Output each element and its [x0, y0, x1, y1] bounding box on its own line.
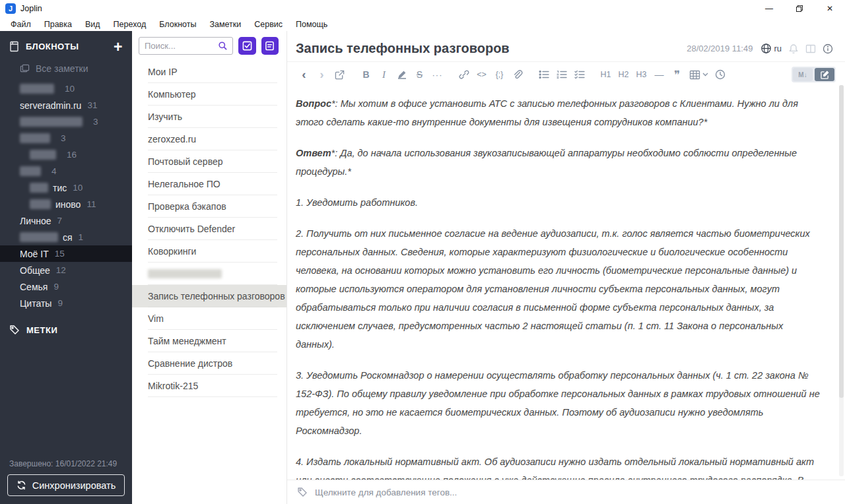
bullet-list-button[interactable]	[535, 67, 553, 82]
note-list-item[interactable]: Запись телефонных разговоров	[132, 285, 287, 307]
redacted-note-title	[148, 269, 222, 278]
scrollbar-thumb[interactable]	[839, 85, 844, 398]
horizontal-rule-button[interactable]: —	[650, 67, 668, 82]
notebook-item[interactable]: serveradmin.ru 31	[0, 97, 132, 113]
note-body[interactable]: Вопрос*: Мы хотим в офисе установить АТС…	[287, 86, 845, 480]
bold-button[interactable]: B	[357, 67, 375, 82]
toggle-layout-button[interactable]	[805, 44, 816, 53]
menu-tools[interactable]: Сервис	[248, 20, 289, 29]
note-properties-button[interactable]	[823, 44, 833, 54]
notebook-item[interactable]: 10	[0, 80, 132, 97]
tag-bar[interactable]: Щелкните для добавления тегов...	[287, 480, 845, 504]
note-title[interactable]: Запись телефонных разговоров	[296, 41, 687, 56]
note-list-item[interactable]: Компьютер	[132, 83, 287, 106]
search-box	[139, 37, 233, 55]
add-notebook-button[interactable]: +	[114, 42, 123, 52]
attach-file-button[interactable]	[508, 67, 526, 82]
note-list-item[interactable]: Коворкинги	[132, 240, 287, 263]
pencil-square-icon	[821, 71, 829, 79]
notebook-item[interactable]: Личное 7	[0, 212, 132, 229]
insert-datetime-button[interactable]	[711, 67, 729, 82]
back-button[interactable]: ‹	[295, 67, 313, 82]
note-list-item[interactable]: Mikrotik-215	[132, 375, 287, 397]
close-button[interactable]: ✕	[815, 0, 845, 17]
globe-icon	[760, 43, 772, 54]
notebook-item[interactable]: иново 11	[0, 196, 132, 212]
note-list-item[interactable]: Тайм менеджмент	[132, 330, 287, 352]
richtext-editor-toggle[interactable]	[815, 68, 834, 81]
note-list-item[interactable]: Отключить Defender	[132, 218, 287, 240]
note-list-item[interactable]: Сравнение дистров	[132, 352, 287, 375]
note-list-item[interactable]: Нелегальное ПО	[132, 173, 287, 195]
restore-button[interactable]	[784, 0, 815, 17]
note-paragraph: 2. Получить от них письменное согласие н…	[296, 224, 823, 354]
notebook-item[interactable]: тис 10	[0, 179, 132, 196]
insert-table-button[interactable]	[686, 67, 711, 82]
bell-icon	[788, 44, 799, 54]
note-list-item[interactable]: Изучить	[132, 106, 287, 128]
sidebar-footer: Завершено: 16/01/2022 21:49 Синхронизиро…	[0, 459, 132, 504]
note-item-title: Сравнение дистров	[148, 358, 232, 369]
chevron-down-icon	[702, 73, 708, 77]
note-list-item[interactable]: Vim	[132, 307, 287, 330]
markdown-editor-toggle[interactable]: M↓	[793, 68, 813, 81]
heading3-button[interactable]: H3	[632, 67, 650, 82]
menu-help[interactable]: Помощь	[289, 20, 334, 29]
note-item-title: Изучить	[148, 111, 182, 122]
external-edit-button[interactable]	[331, 67, 349, 82]
note-list-item[interactable]: zeroxzed.ru	[132, 128, 287, 150]
tags-header[interactable]: МЕТКИ	[0, 311, 132, 340]
numbered-list-button[interactable]	[553, 67, 570, 82]
code-block-button[interactable]: {;}	[490, 67, 508, 82]
more-formats-button[interactable]: ···	[428, 67, 446, 82]
heading2-button[interactable]: H2	[615, 67, 632, 82]
note-list-item[interactable]: Почтовый сервер	[132, 150, 287, 173]
checkbox-list-button[interactable]	[570, 67, 588, 82]
notebook-item[interactable]: 16	[0, 146, 132, 163]
restore-icon	[795, 5, 803, 13]
sync-button[interactable]: Синхронизировать	[7, 474, 125, 496]
blockquote-button[interactable]: ❞	[668, 67, 686, 82]
notebook-count: 7	[57, 216, 63, 226]
note-item-title: Нелегальное ПО	[148, 179, 220, 189]
note-list-item[interactable]: Проверка бэкапов	[132, 195, 287, 218]
menu-notes[interactable]: Заметки	[203, 20, 248, 29]
editor-panel: Запись телефонных разговоров 28/02/2019 …	[287, 31, 845, 504]
menu-goto[interactable]: Переход	[107, 20, 153, 29]
hyperlink-button[interactable]	[455, 67, 473, 82]
minimize-button[interactable]: —	[754, 0, 784, 17]
notebook-item[interactable]: Семья 9	[0, 278, 132, 295]
note-meta: 28/02/2019 11:49 ru	[687, 43, 833, 54]
new-note-button[interactable]	[261, 37, 279, 55]
editor-scrollbar[interactable]	[839, 85, 844, 476]
spellcheck-language-button[interactable]: ru	[760, 43, 782, 54]
notebook-item[interactable]: 3	[0, 113, 132, 130]
notebook-label: Общее	[20, 265, 50, 276]
menu-view[interactable]: Вид	[79, 20, 107, 29]
new-todo-button[interactable]	[238, 37, 255, 55]
all-notes-label: Все заметки	[36, 63, 88, 74]
notebook-item[interactable]: 3	[0, 130, 132, 146]
menu-notebooks[interactable]: Блокноты	[152, 20, 203, 29]
notebook-item[interactable]: Общее 12	[0, 262, 132, 278]
tag-icon	[9, 325, 20, 335]
menu-edit[interactable]: Правка	[38, 20, 79, 29]
all-notes-item[interactable]: Все заметки	[0, 59, 132, 79]
notebook-item[interactable]: Цитаты 9	[0, 295, 132, 311]
menu-file[interactable]: Файл	[4, 20, 38, 29]
notebook-item[interactable]: 4	[0, 163, 132, 179]
notebook-item[interactable]: ся 1	[0, 229, 132, 245]
highlight-button[interactable]	[393, 67, 411, 82]
note-list-item[interactable]	[132, 263, 287, 285]
clock-icon	[715, 69, 726, 80]
notebook-label: Семья	[20, 282, 48, 292]
notebook-icon	[9, 41, 19, 52]
search-input[interactable]	[145, 41, 218, 51]
inline-code-button[interactable]: <>	[473, 67, 490, 82]
set-alarm-button[interactable]	[788, 44, 799, 54]
italic-button[interactable]: I	[375, 67, 393, 82]
notebook-item[interactable]: Моё IT 15	[0, 245, 132, 262]
heading1-button[interactable]: H1	[597, 67, 615, 82]
note-list-item[interactable]: Мои IP	[132, 61, 287, 83]
strikethrough-button[interactable]: S	[411, 67, 428, 82]
